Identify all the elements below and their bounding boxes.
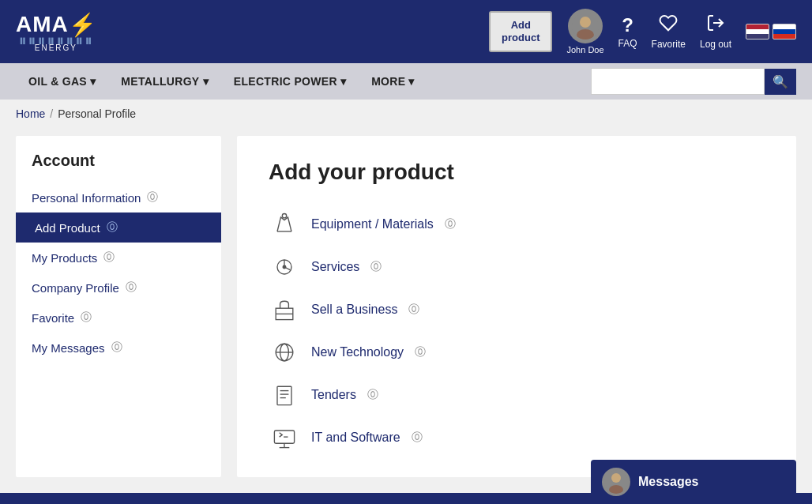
nav-electric-power[interactable]: ELECTRIC POWER ▾ (221, 66, 359, 97)
messages-label: Messages (638, 475, 699, 489)
navigation: OIL & GAS ▾ METALLURGY ▾ ELECTRIC POWER … (0, 63, 812, 100)
category-sell-business[interactable]: Sell a Business ⓪ (269, 294, 765, 325)
technology-icon (269, 337, 300, 368)
logout-icon (706, 13, 725, 37)
breadcrumb: Home / Personal Profile (0, 100, 812, 128)
search-icon: 🔍 (773, 75, 788, 88)
services-icon (269, 251, 300, 283)
help-icon[interactable]: ⓪ (107, 220, 118, 235)
help-icon[interactable]: ⓪ (147, 190, 158, 205)
user-name-label: John Doe (566, 45, 603, 55)
search-input[interactable] (591, 68, 765, 95)
help-icon[interactable]: ⓪ (103, 250, 115, 265)
logo-text: AMA (16, 13, 69, 36)
add-product-button[interactable]: Add product (489, 11, 552, 51)
technology-help-icon[interactable]: ⓪ (415, 345, 426, 359)
sidebar-favorite-label: Favorite (32, 311, 74, 325)
nav-metallurgy[interactable]: METALLURGY ▾ (108, 66, 221, 97)
sidebar-my-messages-label: My Messages (32, 341, 105, 355)
main-content: Account Personal Information ⓪ Add Produ… (0, 128, 812, 493)
sidebar-add-product-label: Add Product (35, 221, 100, 235)
sidebar-item-personal-information[interactable]: Personal Information ⓪ (16, 182, 221, 213)
faq-button[interactable]: ? FAQ (618, 14, 637, 49)
logout-label: Log out (700, 39, 731, 50)
sidebar-item-favorite[interactable]: Favorite ⓪ (16, 303, 221, 333)
favorite-label: Favorite (652, 39, 686, 50)
equipment-help-icon[interactable]: ⓪ (445, 217, 456, 231)
sidebar-title: Account (16, 152, 221, 182)
chevron-down-icon: ▾ (203, 75, 209, 88)
messages-avatar (602, 468, 630, 496)
page-title: Add your product (269, 160, 765, 185)
product-categories: Equipment / Materials ⓪ Services ⓪ (269, 209, 765, 453)
svg-point-22 (611, 473, 621, 483)
svg-point-1 (577, 29, 594, 39)
breadcrumb-home[interactable]: Home (16, 107, 45, 120)
svg-rect-14 (277, 386, 291, 404)
business-icon (269, 294, 300, 325)
sidebar-company-profile-label: Company Profile (32, 281, 119, 295)
sidebar-item-company-profile[interactable]: Company Profile ⓪ (16, 273, 221, 303)
new-technology-label: New Technology (311, 345, 404, 359)
logo-sub2: ENERGY (16, 43, 96, 52)
search-button[interactable]: 🔍 (765, 69, 796, 95)
question-icon: ? (622, 14, 633, 36)
software-help-icon[interactable]: ⓪ (412, 431, 423, 445)
user-profile-button[interactable]: John Doe (566, 9, 603, 55)
help-icon[interactable]: ⓪ (81, 310, 92, 325)
category-new-technology[interactable]: New Technology ⓪ (269, 337, 765, 368)
help-icon[interactable]: ⓪ (126, 280, 137, 295)
svg-point-0 (580, 17, 591, 28)
sell-business-label: Sell a Business (311, 303, 397, 317)
svg-point-3 (282, 214, 286, 218)
search-bar: 🔍 (591, 68, 796, 95)
category-equipment-materials[interactable]: Equipment / Materials ⓪ (269, 209, 765, 240)
help-icon[interactable]: ⓪ (111, 340, 122, 355)
sidebar-item-add-product[interactable]: Add Product ⓪ (16, 213, 221, 243)
nav-more[interactable]: MORE ▾ (359, 66, 427, 97)
category-services[interactable]: Services ⓪ (269, 251, 765, 283)
sidebar-item-my-messages[interactable]: My Messages ⓪ (16, 333, 221, 363)
svg-point-8 (283, 265, 286, 269)
sidebar: Account Personal Information ⓪ Add Produ… (16, 136, 221, 477)
software-icon (269, 422, 300, 453)
faq-label: FAQ (618, 38, 637, 49)
equipment-icon (269, 209, 300, 240)
chevron-down-icon: ▾ (408, 75, 414, 88)
chevron-down-icon: ▾ (90, 75, 96, 88)
flag-ru[interactable] (773, 24, 796, 39)
category-tenders[interactable]: Tenders ⓪ (269, 379, 765, 411)
header: AMA ⚡ ▐▌▐▌▐▌▐▌▐▌▐▌▐▌▐▌ ENERGY Add produc… (0, 0, 812, 63)
equipment-materials-label: Equipment / Materials (311, 217, 434, 231)
product-section: Add your product Equipment / Materials ⓪ (237, 136, 796, 477)
svg-point-23 (609, 485, 623, 494)
logo[interactable]: AMA ⚡ ▐▌▐▌▐▌▐▌▐▌▐▌▐▌▐▌ ENERGY (16, 12, 96, 52)
sidebar-item-my-products[interactable]: My Products ⓪ (16, 243, 221, 273)
sidebar-my-products-label: My Products (32, 251, 97, 265)
header-actions: Add product John Doe ? FAQ Favo (489, 9, 796, 55)
language-selector[interactable] (746, 24, 796, 39)
breadcrumb-current: Personal Profile (58, 107, 136, 120)
logo-bolt: ⚡ (69, 12, 96, 38)
services-label: Services (311, 260, 359, 274)
sidebar-personal-info-label: Personal Information (32, 191, 141, 205)
flag-us[interactable] (746, 24, 769, 39)
heart-icon (659, 13, 678, 37)
avatar (568, 9, 603, 43)
services-help-icon[interactable]: ⓪ (370, 260, 382, 274)
breadcrumb-separator: / (50, 107, 53, 120)
chevron-down-icon: ▾ (340, 75, 346, 88)
business-help-icon[interactable]: ⓪ (408, 303, 419, 317)
favorite-button[interactable]: Favorite (652, 13, 686, 50)
logout-button[interactable]: Log out (700, 13, 731, 50)
tenders-label: Tenders (311, 388, 356, 402)
nav-oil-gas[interactable]: OIL & GAS ▾ (16, 66, 108, 97)
logo-sub: ▐▌▐▌▐▌▐▌▐▌▐▌▐▌▐▌ (16, 38, 96, 43)
it-software-label: IT and Software (311, 431, 400, 445)
messages-widget[interactable]: Messages (591, 460, 796, 504)
tenders-help-icon[interactable]: ⓪ (367, 388, 378, 402)
tenders-icon (269, 379, 300, 411)
category-it-software[interactable]: IT and Software ⓪ (269, 422, 765, 453)
